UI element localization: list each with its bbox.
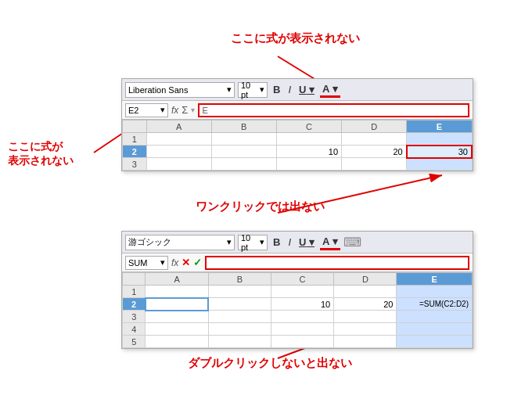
cell-c3-p1[interactable] — [276, 158, 341, 171]
row-2-p1: 2 10 20 30 — [123, 146, 473, 158]
cell-c1-p1[interactable] — [276, 133, 341, 146]
cell-b2-p1[interactable] — [211, 146, 276, 158]
cell-c2-p2[interactable]: 10 — [271, 298, 333, 311]
cell-c3-p2[interactable] — [271, 311, 333, 323]
top-annotation: ここに式が表示されない — [231, 31, 360, 46]
panel1-grid: A B C D E 1 2 — [122, 120, 473, 171]
cell-b3-p2[interactable] — [208, 311, 271, 323]
cell-e4-p2[interactable] — [397, 323, 473, 336]
cell-c4-p2[interactable] — [271, 323, 333, 336]
cell-d2-p1[interactable]: 20 — [342, 146, 407, 158]
underline-btn-2[interactable]: U ▾ — [297, 235, 317, 249]
row-5-p2: 5 — [123, 336, 473, 348]
col-b-header-2[interactable]: B — [208, 273, 271, 286]
italic-btn-1[interactable]: I — [286, 83, 293, 96]
col-e-header-1[interactable]: E — [407, 120, 472, 133]
italic-btn-2[interactable]: I — [286, 235, 293, 249]
font-color-btn-2[interactable]: A ▾ — [320, 235, 340, 250]
cell-e2-p1[interactable]: 30 — [407, 146, 472, 158]
col-d-header-2[interactable]: D — [334, 273, 397, 286]
formula-input-1[interactable]: E — [198, 103, 469, 117]
cell-b4-p2[interactable] — [208, 323, 271, 336]
cell-b5-p2[interactable] — [208, 336, 271, 348]
bold-btn-2[interactable]: B — [271, 235, 282, 249]
confirm-icon-2[interactable]: ✓ — [193, 257, 202, 268]
cell-c2-p1[interactable]: 10 — [276, 146, 341, 158]
fx-icon-1: fx — [171, 105, 178, 116]
cell-e3-p1[interactable] — [407, 158, 472, 171]
cell-e1-p2[interactable] — [397, 286, 473, 298]
panel2-toolbar: 游ゴシック ▾ 10 pt ▾ B I U ▾ A ▾ ⌨ — [122, 232, 473, 253]
panel2: 游ゴシック ▾ 10 pt ▾ B I U ▾ A ▾ ⌨ SUM ▾ fx ✕… — [121, 231, 473, 349]
left-annotation: ここに式が 表示されない — [8, 139, 74, 167]
panel2-formula-bar: SUM ▾ fx ✕ ✓ — [122, 253, 473, 272]
sigma-icon-1: Σ — [182, 104, 188, 116]
col-e-header-2[interactable]: E — [397, 273, 473, 286]
cell-ref-2[interactable]: SUM ▾ — [125, 256, 168, 270]
cell-a1-p1[interactable] — [146, 133, 211, 146]
row-num-4-p2: 4 — [123, 323, 146, 336]
cell-a3-p1[interactable] — [146, 158, 211, 171]
cell-a2-p1[interactable] — [146, 146, 211, 158]
middle-annotation: ワンクリックでは出ない — [196, 200, 325, 214]
cell-d1-p2[interactable] — [334, 286, 397, 298]
cell-d3-p1[interactable] — [342, 158, 407, 171]
fx-icon-2: fx — [171, 257, 178, 268]
row-num-1-p2: 1 — [123, 286, 146, 298]
corner-header-1 — [123, 120, 147, 133]
col-c-header-1[interactable]: C — [276, 120, 341, 133]
cell-e5-p2[interactable] — [397, 336, 473, 348]
row-2-p2: 2 10 20 =SUM(C2:D2) — [123, 298, 473, 311]
row-num-3-p1: 3 — [123, 158, 147, 171]
cell-d5-p2[interactable] — [334, 336, 397, 348]
font-select-1[interactable]: Liberation Sans ▾ — [125, 82, 235, 98]
cell-c1-p2[interactable] — [271, 286, 333, 298]
panel1-toolbar: Liberation Sans ▾ 10 pt ▾ B I U ▾ A ▾ — [122, 79, 473, 101]
bottom-annotation: ダブルクリックしないと出ない — [188, 356, 352, 371]
col-a-header-1[interactable]: A — [146, 120, 211, 133]
row-1-p1: 1 — [123, 133, 473, 146]
cell-a3-p2[interactable] — [146, 311, 208, 323]
cell-c5-p2[interactable] — [271, 336, 333, 348]
cell-b1-p2[interactable] — [208, 286, 271, 298]
size-select-2[interactable]: 10 pt ▾ — [238, 235, 268, 250]
cell-e1-p1[interactable] — [407, 133, 472, 146]
cell-a1-p2[interactable] — [146, 286, 208, 298]
bold-btn-1[interactable]: B — [271, 83, 282, 96]
cell-d3-p2[interactable] — [334, 311, 397, 323]
font-select-2[interactable]: 游ゴシック ▾ — [125, 235, 235, 250]
font-color-btn-1[interactable]: A ▾ — [320, 82, 340, 98]
row-num-2-p1: 2 — [123, 146, 147, 158]
cell-b3-p1[interactable] — [211, 158, 276, 171]
row-1-p2: 1 — [123, 286, 473, 298]
size-select-1[interactable]: 10 pt ▾ — [238, 82, 268, 98]
cell-a5-p2[interactable] — [146, 336, 208, 348]
row-num-1-p1: 1 — [123, 133, 147, 146]
cell-e2-p2[interactable]: =SUM(C2:D2) — [397, 298, 473, 311]
row-3-p1: 3 — [123, 158, 473, 171]
row-4-p2: 4 — [123, 323, 473, 336]
formula-input-2[interactable] — [205, 256, 469, 270]
row-num-2-p2: 2 — [123, 298, 146, 311]
cell-d2-p2[interactable]: 20 — [334, 298, 397, 311]
cell-b1-p1[interactable] — [211, 133, 276, 146]
row-3-p2: 3 — [123, 311, 473, 323]
panel1: Liberation Sans ▾ 10 pt ▾ B I U ▾ A ▾ E2… — [121, 78, 473, 171]
cell-b2-p2[interactable] — [208, 298, 271, 311]
underline-btn-1[interactable]: U ▾ — [297, 83, 317, 96]
col-d-header-1[interactable]: D — [342, 120, 407, 133]
cell-d4-p2[interactable] — [334, 323, 397, 336]
cell-d1-p1[interactable] — [342, 133, 407, 146]
row-num-3-p2: 3 — [123, 311, 146, 323]
col-c-header-2[interactable]: C — [271, 273, 333, 286]
panel2-grid: A B C D E 1 2 — [122, 272, 473, 348]
panel1-formula-bar: E2 ▾ fx Σ ▾ E — [122, 101, 473, 120]
row-num-5-p2: 5 — [123, 336, 146, 348]
cell-ref-1[interactable]: E2 ▾ — [125, 103, 168, 117]
col-a-header-2[interactable]: A — [146, 273, 208, 286]
cell-a4-p2[interactable] — [146, 323, 208, 336]
col-b-header-1[interactable]: B — [211, 120, 276, 133]
cell-e3-p2[interactable] — [397, 311, 473, 323]
cell-a2-p2[interactable] — [146, 298, 208, 311]
cancel-icon-2[interactable]: ✕ — [182, 257, 190, 268]
